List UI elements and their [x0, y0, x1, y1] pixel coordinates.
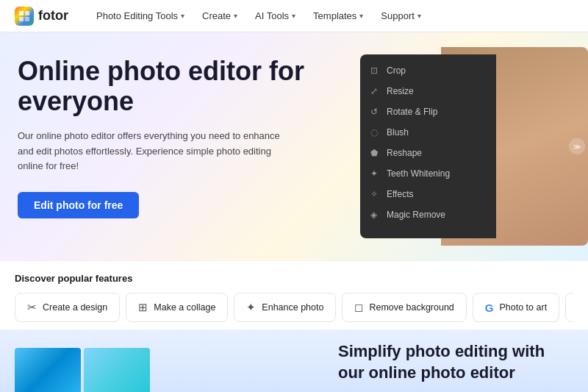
editor-item-magic-remove[interactable]: ◈ Magic Remove	[360, 204, 496, 225]
reshape-icon: ⬟	[370, 148, 381, 158]
enhance-icon: ✦	[246, 301, 256, 314]
svg-rect-0	[19, 11, 24, 15]
editor-item-teeth[interactable]: ✦ Teeth Whitening	[360, 163, 496, 184]
features-title: Discover popular features	[15, 273, 573, 284]
nav-items: Photo Editing Tools ▾ Create ▾ AI Tools …	[89, 6, 429, 26]
editor-item-crop[interactable]: ⊡ Crop	[360, 60, 496, 81]
photo-to-art-icon: G	[485, 302, 494, 314]
editor-item-resize[interactable]: ⤢ Resize	[360, 81, 496, 101]
bottom-thumbnails	[15, 348, 150, 392]
feature-card-enhance[interactable]: ✦ Enhance photo	[234, 293, 336, 322]
editor-item-blush[interactable]: ◌ Blush	[360, 122, 496, 143]
nav-item-create[interactable]: Create ▾	[195, 6, 245, 26]
nav-item-templates[interactable]: Templates ▾	[306, 6, 370, 26]
thumbnail-2	[84, 348, 150, 392]
feature-card-create-design[interactable]: ✂ Create a design	[15, 293, 120, 322]
feature-card-photo-to-art[interactable]: G Photo to art	[473, 293, 559, 322]
editor-item-effects[interactable]: ✧ Effects	[360, 184, 496, 204]
feature-card-remove-bg[interactable]: ◻ Remove background	[342, 293, 466, 322]
create-design-icon: ✂	[27, 301, 37, 314]
logo[interactable]: fotor	[15, 7, 68, 26]
magic-remove-icon: ◈	[370, 210, 381, 220]
svg-rect-2	[19, 17, 24, 21]
bottom-section: Simplify photo editing with our online p…	[0, 329, 588, 392]
resize-icon: ⤢	[370, 86, 381, 96]
blush-icon: ◌	[370, 127, 381, 138]
edit-photo-cta-button[interactable]: Edit photo for free	[18, 192, 139, 218]
nav-item-ai-tools[interactable]: AI Tools ▾	[248, 6, 303, 26]
chevron-down-icon: ▾	[417, 12, 421, 20]
chevron-down-icon: ▾	[292, 12, 295, 20]
remove-bg-icon: ◻	[354, 301, 363, 314]
features-row: ✂ Create a design ⊞ Make a collage ✦ Enh…	[15, 293, 573, 322]
expand-button[interactable]: ≫	[569, 138, 585, 154]
editor-panel: ⊡ Crop ⤢ Resize ↺ Rotate & Flip ◌ Blush …	[360, 54, 496, 238]
hero-subtitle: Our online photo editor offers everythin…	[18, 129, 297, 174]
make-collage-icon: ⊞	[138, 301, 148, 314]
nav-item-support[interactable]: Support ▾	[373, 6, 429, 26]
thumbnail-1	[15, 348, 81, 392]
navbar: fotor Photo Editing Tools ▾ Create ▾ AI …	[0, 0, 588, 32]
editor-mockup: ⊡ Crop ⤢ Resize ↺ Rotate & Flip ◌ Blush …	[360, 47, 588, 249]
rotate-icon: ↺	[370, 107, 381, 117]
svg-rect-1	[25, 11, 29, 15]
effects-icon: ✧	[370, 189, 381, 199]
logo-text: fotor	[38, 8, 68, 24]
nav-item-photo-editing[interactable]: Photo Editing Tools ▾	[89, 6, 192, 26]
teeth-icon: ✦	[370, 168, 381, 179]
crop-icon: ⊡	[370, 65, 381, 76]
features-section: Discover popular features ✂ Create a des…	[0, 260, 588, 329]
hero-section: Online photo editor for everyone Our onl…	[0, 32, 588, 260]
hero-content: Online photo editor for everyone Our onl…	[18, 56, 326, 218]
chevron-down-icon: ▾	[234, 12, 237, 20]
fotor-logo-icon	[15, 7, 34, 26]
bottom-heading: Simplify photo editing with our online p…	[338, 341, 573, 383]
chevron-down-icon: ▾	[359, 12, 363, 20]
feature-card-make-collage[interactable]: ⊞ Make a collage	[126, 293, 228, 322]
editor-item-rotate[interactable]: ↺ Rotate & Flip	[360, 101, 496, 122]
feature-card-more[interactable]: ▷	[565, 293, 573, 322]
hero-title: Online photo editor for everyone	[18, 56, 326, 117]
editor-item-reshape[interactable]: ⬟ Reshape	[360, 143, 496, 163]
svg-rect-3	[25, 17, 29, 21]
chevron-down-icon: ▾	[181, 12, 184, 20]
